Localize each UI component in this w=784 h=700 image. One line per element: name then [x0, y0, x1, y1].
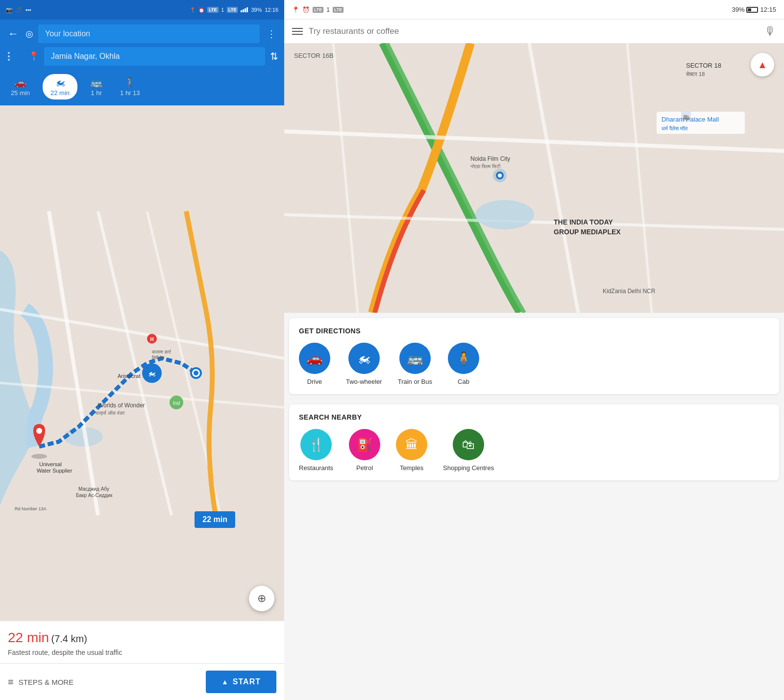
direction-items: 🚗 Drive 🏍 Two-wheeler 🚌 Train or Bus 🧍 [299, 343, 769, 385]
map-area-right[interactable]: SECTOR 16B Dharam Palace Mall धर्म पैलेस… [284, 43, 784, 313]
left-panel: 📷 🎵 ••• 📍 ⏰ LTE 1 LTE 39% 12:16 ← ◎ ⋮ [0, 0, 284, 700]
nearby-title: SEARCH NEARBY [299, 413, 769, 421]
petrol-circle: ⛽ [349, 429, 380, 460]
lte-badge-right2: LTE [333, 7, 343, 13]
petrol-label: Petrol [356, 464, 373, 472]
tab-drive[interactable]: 🚗 25 min [6, 74, 35, 100]
svg-point-10 [31, 454, 47, 459]
nearby-petrol[interactable]: ⛽ Petrol [349, 429, 380, 472]
svg-text:GROUP MEDIAPLEX: GROUP MEDIAPLEX [554, 228, 621, 236]
svg-text:Бакр Ас-Сиддик: Бакр Ас-Сиддик [76, 493, 113, 498]
shopping-circle: 🛍 [453, 429, 484, 460]
route-time: 22 min [8, 630, 49, 645]
search-input[interactable] [309, 26, 759, 36]
steps-icon: ≡ [8, 676, 14, 688]
tab-bike[interactable]: 🏍 22 min [43, 74, 77, 100]
route-dist-value: (7.4 km) [51, 633, 87, 644]
drive-label: Drive [307, 378, 322, 385]
temples-label: Temples [400, 464, 423, 472]
svg-text:सेक्टर 18: सेक्टर 18 [686, 71, 705, 77]
origin-input[interactable] [38, 25, 260, 43]
compass-button[interactable]: ▲ [751, 53, 774, 76]
dir-drive[interactable]: 🚗 Drive [299, 343, 330, 385]
svg-text:Water Supplier: Water Supplier [37, 468, 73, 474]
nearby-temples[interactable]: 🏛 Temples [396, 429, 427, 472]
drive-icon: 🚗 [14, 76, 26, 88]
transit-icon: 🚌 [90, 76, 102, 88]
tab-walk[interactable]: 🚶 1 hr 13 [115, 74, 145, 100]
location-circle-icon: ◎ [25, 28, 33, 39]
svg-text:H: H [150, 337, 153, 342]
train-bus-label: Train or Bus [398, 378, 432, 385]
swap-button[interactable]: ⇅ [270, 50, 278, 62]
nav-row2: 📍 ⇅ [6, 47, 278, 66]
divider-2 [289, 399, 779, 400]
destination-input[interactable] [44, 47, 265, 66]
svg-text:🏬: 🏬 [683, 114, 689, 120]
signal-bars [241, 7, 248, 12]
svg-text:KidZania Delhi NCR: KidZania Delhi NCR [603, 288, 656, 295]
svg-point-50 [498, 174, 502, 177]
restaurants-icon: 🍴 [308, 437, 324, 452]
lte-badge: LTE [207, 7, 218, 13]
svg-text:SECTOR 18: SECTOR 18 [686, 62, 721, 69]
two-wheeler-circle: 🏍 [348, 343, 380, 374]
start-label: START [233, 677, 261, 686]
nearby-restaurants[interactable]: 🍴 Restaurants [299, 429, 333, 472]
svg-point-34 [475, 200, 534, 229]
nearby-shopping[interactable]: 🛍 Shopping Centres [443, 429, 494, 472]
steps-more-label: STEPS & MORE [19, 678, 74, 686]
svg-point-11 [36, 428, 42, 434]
battery-icon-right [746, 7, 758, 13]
dir-train-bus[interactable]: 🚌 Train or Bus [398, 343, 432, 385]
svg-text:धर्म पैलेस मॉल: धर्म पैलेस मॉल [662, 125, 688, 131]
nearby-section: SEARCH NEARBY 🍴 Restaurants ⛽ Petrol 🏛 T… [289, 404, 779, 480]
lte-badge-right: LTE [313, 7, 323, 13]
svg-point-9 [194, 371, 198, 375]
map-area-left[interactable]: 🏍 Aristocrat Worlds of Wonder वर्ल्ड्स ऑ… [0, 105, 284, 621]
time-badge: 22 min [195, 511, 235, 528]
two-wheeler-label: Two-wheeler [346, 378, 382, 385]
svg-rect-28 [284, 43, 784, 313]
svg-text:Noida Film City: Noida Film City [470, 155, 510, 162]
back-button[interactable]: ← [6, 25, 21, 42]
walk-icon: 🚶 [124, 76, 136, 88]
nav-header: ← ◎ ⋮ 📍 ⇅ [0, 20, 284, 71]
svg-text:Масджид Абу: Масджид Абу [78, 486, 109, 492]
compass-icon: ▲ [758, 59, 767, 71]
nearby-items: 🍴 Restaurants ⛽ Petrol 🏛 Temples 🛍 [299, 429, 769, 472]
petrol-icon: ⛽ [357, 437, 372, 452]
svg-text:Ind: Ind [173, 400, 180, 406]
svg-text:वर्ल्ड्स ऑफ़ वंडर: वर्ल्ड्स ऑफ़ वंडर [95, 410, 125, 416]
svg-text:कालाश हर्ल्ट: कालाश हर्ल्ट [151, 349, 172, 354]
restaurants-label: Restaurants [299, 464, 333, 472]
svg-text:लिमिटेड: लिमिटेड [151, 355, 165, 360]
location-button[interactable]: ⊕ [249, 586, 274, 611]
tab-transit[interactable]: 🚌 1 hr [85, 74, 107, 100]
dir-cab[interactable]: 🧍 Cab [448, 343, 479, 385]
shopping-label: Shopping Centres [443, 464, 494, 472]
transport-tabs: 🚗 25 min 🏍 22 min 🚌 1 hr 🚶 1 hr 13 [0, 71, 284, 105]
temples-circle: 🏛 [396, 429, 427, 460]
svg-text:Universal: Universal [39, 461, 62, 467]
hamburger-menu[interactable] [292, 28, 303, 35]
svg-text:Worlds of Wonder: Worlds of Wonder [98, 402, 145, 409]
drive-circle-icon: 🚗 [307, 351, 322, 366]
dir-two-wheeler[interactable]: 🏍 Two-wheeler [346, 343, 382, 385]
route-description: Fastest route, despite the usual traffic [8, 649, 276, 656]
svg-text:नोएडा फिल्म सिटी: नोएडा फिल्म सिटी [470, 164, 501, 169]
bottom-bar: ≡ STEPS & MORE ▲ START [0, 663, 284, 700]
svg-text:Aristocrat: Aristocrat [118, 373, 140, 379]
status-time-right: 39% 12:15 [732, 6, 776, 13]
mic-icon[interactable]: 🎙 [764, 25, 776, 38]
train-bus-circle-icon: 🚌 [407, 351, 423, 366]
svg-text:Rd Number 13A: Rd Number 13A [15, 506, 47, 511]
start-button[interactable]: ▲ START [206, 671, 276, 693]
two-wheeler-circle-icon: 🏍 [358, 351, 370, 366]
restaurants-circle: 🍴 [300, 429, 332, 460]
nav-row1: ← ◎ ⋮ [6, 25, 278, 43]
cab-circle-icon: 🧍 [456, 351, 471, 366]
steps-more-button[interactable]: ≡ STEPS & MORE [8, 676, 74, 688]
more-button[interactable]: ⋮ [265, 26, 278, 42]
cab-label: Cab [458, 378, 469, 385]
